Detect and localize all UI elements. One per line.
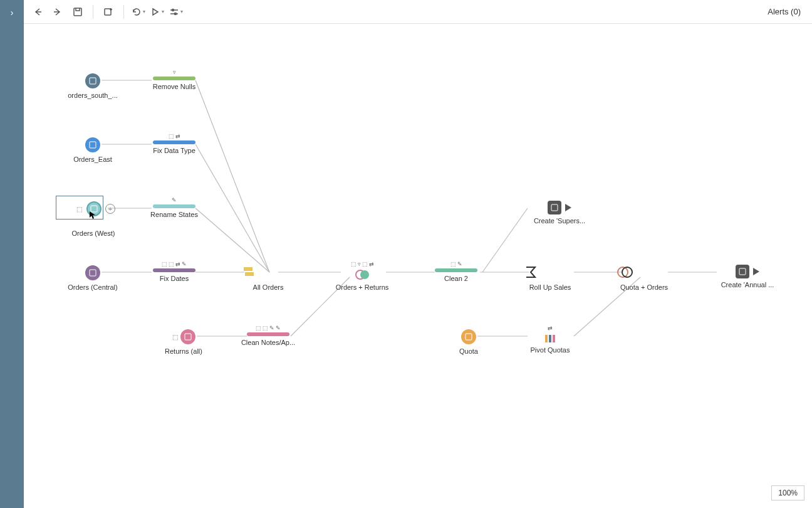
node-label: Orders_East xyxy=(65,156,121,163)
change-badges: ⬚⬚✎✎ xyxy=(256,325,281,331)
node-fix-data-type[interactable]: ⬚⇄ Fix Data Type xyxy=(146,133,202,154)
svg-line-10 xyxy=(195,144,269,272)
output-icon xyxy=(736,265,749,278)
run-output-button[interactable] xyxy=(753,268,759,275)
database-plus-icon xyxy=(103,7,113,17)
node-orders-central[interactable]: Orders (Central) xyxy=(65,265,121,291)
node-roll-up-sales[interactable]: Roll Up Sales xyxy=(522,263,578,291)
forward-button[interactable] xyxy=(50,4,65,19)
node-label: Fix Data Type xyxy=(146,147,202,154)
node-label: Orders + Returns xyxy=(334,283,390,291)
node-fix-dates[interactable]: ⬚⬚⇄✎ Fix Dates xyxy=(146,261,202,282)
datasource-icon xyxy=(180,329,195,344)
join-icon xyxy=(616,263,633,281)
datasource-icon xyxy=(85,73,100,88)
add-step-button[interactable]: + xyxy=(105,204,115,214)
zoom-indicator[interactable]: 100% xyxy=(771,485,804,500)
node-label: Remove Nulls xyxy=(146,83,202,90)
node-clean2[interactable]: ⬚✎ Clean 2 xyxy=(428,261,484,282)
pivot-icon xyxy=(541,332,559,344)
toolbar-separator xyxy=(123,5,124,19)
badge-icon: ⬚ xyxy=(76,206,82,213)
chevron-down-icon: ▾ xyxy=(162,9,164,14)
svg-rect-38 xyxy=(553,335,555,342)
svg-rect-33 xyxy=(551,204,558,211)
clean-step-bar xyxy=(153,268,195,272)
svg-point-29 xyxy=(360,270,369,279)
node-label: Quota + Orders xyxy=(616,283,672,291)
node-create-annual[interactable]: Create 'Annual ... xyxy=(710,265,785,288)
flow-edges xyxy=(24,24,812,508)
node-clean-notes[interactable]: ⬚⬚✎✎ Clean Notes/Ap... xyxy=(240,325,296,346)
node-orders-returns[interactable]: ⬚▿⬚⇄ Orders + Returns xyxy=(334,261,390,291)
node-quota[interactable]: Quota xyxy=(440,329,497,355)
sliders-icon xyxy=(169,7,179,17)
svg-rect-35 xyxy=(466,334,472,340)
node-create-supers[interactable]: Create 'Supers... xyxy=(522,201,597,225)
svg-rect-26 xyxy=(244,267,252,271)
toolbar: ▾ ▾ ▾ Alerts (0) xyxy=(24,0,812,24)
refresh-dropdown[interactable]: ▾ xyxy=(132,7,145,17)
node-pivot-quotas[interactable]: ⇄ Pivot Quotas xyxy=(522,325,578,354)
change-badges: ⬚✎ xyxy=(450,261,462,267)
settings-dropdown[interactable]: ▾ xyxy=(169,7,183,17)
refresh-icon xyxy=(132,7,142,17)
node-label: Fix Dates xyxy=(146,275,202,282)
arrow-left-icon xyxy=(33,7,43,17)
node-label: orders_south_... xyxy=(65,92,121,99)
svg-rect-27 xyxy=(245,272,254,276)
svg-line-11 xyxy=(195,208,269,272)
node-label: All Orders xyxy=(240,283,296,291)
node-remove-nulls[interactable]: ▿ Remove Nulls xyxy=(146,69,202,90)
arrow-right-icon xyxy=(53,7,63,17)
node-quota-orders[interactable]: Quota + Orders xyxy=(616,263,672,291)
node-orders-east[interactable]: Orders_East xyxy=(65,137,121,163)
datasource-icon xyxy=(461,329,476,344)
run-output-button[interactable] xyxy=(565,204,571,211)
run-flow-dropdown[interactable]: ▾ xyxy=(150,7,164,17)
aggregate-icon xyxy=(522,263,539,281)
node-returns-all[interactable]: ⬚ Returns (all) xyxy=(152,329,215,355)
add-connection-button[interactable] xyxy=(101,4,116,19)
change-badges: ▿ xyxy=(173,69,176,75)
mouse-cursor xyxy=(89,211,98,220)
toolbar-separator xyxy=(93,5,93,19)
svg-line-19 xyxy=(482,208,528,272)
node-label: Pivot Quotas xyxy=(522,346,578,354)
union-icon xyxy=(240,263,258,281)
node-label: Create 'Annual ... xyxy=(710,281,785,288)
alerts-button[interactable]: Alerts (0) xyxy=(768,7,806,16)
node-label: Clean 2 xyxy=(428,275,484,282)
node-rename-states[interactable]: ✎ Rename States xyxy=(146,197,202,218)
clean-step-bar xyxy=(153,204,195,208)
datasource-icon xyxy=(85,137,100,152)
svg-rect-32 xyxy=(739,268,746,275)
clean-step-bar xyxy=(153,140,195,144)
output-icon xyxy=(548,201,561,214)
flow-canvas[interactable]: orders_south_... ▿ Remove Nulls Orders_E… xyxy=(24,24,812,508)
node-label: Orders (West) xyxy=(54,230,133,237)
node-all-orders[interactable]: All Orders xyxy=(240,263,296,291)
node-label: Clean Notes/Ap... xyxy=(240,339,296,346)
join-icon xyxy=(353,268,371,281)
node-label: Quota xyxy=(440,347,497,355)
save-icon xyxy=(73,7,83,17)
change-badges: ⬚⬚⇄✎ xyxy=(162,261,187,267)
clean-step-bar xyxy=(435,268,477,272)
node-label: Orders (Central) xyxy=(65,283,121,291)
svg-rect-0 xyxy=(74,8,81,16)
node-label: Create 'Supers... xyxy=(522,217,597,225)
svg-rect-37 xyxy=(549,335,551,342)
expand-panel-button[interactable]: › xyxy=(11,8,14,508)
left-rail: › xyxy=(0,0,24,508)
badge-icon: ⬚ xyxy=(172,334,178,341)
chevron-down-icon: ▾ xyxy=(180,9,183,14)
svg-line-9 xyxy=(195,80,269,272)
change-badges: ✎ xyxy=(172,197,177,203)
node-orders-south[interactable]: orders_south_... xyxy=(65,73,121,99)
chevron-down-icon: ▾ xyxy=(143,9,145,14)
save-button[interactable] xyxy=(70,4,85,19)
play-icon xyxy=(150,7,160,17)
datasource-icon xyxy=(85,265,100,280)
back-button[interactable] xyxy=(30,4,45,19)
